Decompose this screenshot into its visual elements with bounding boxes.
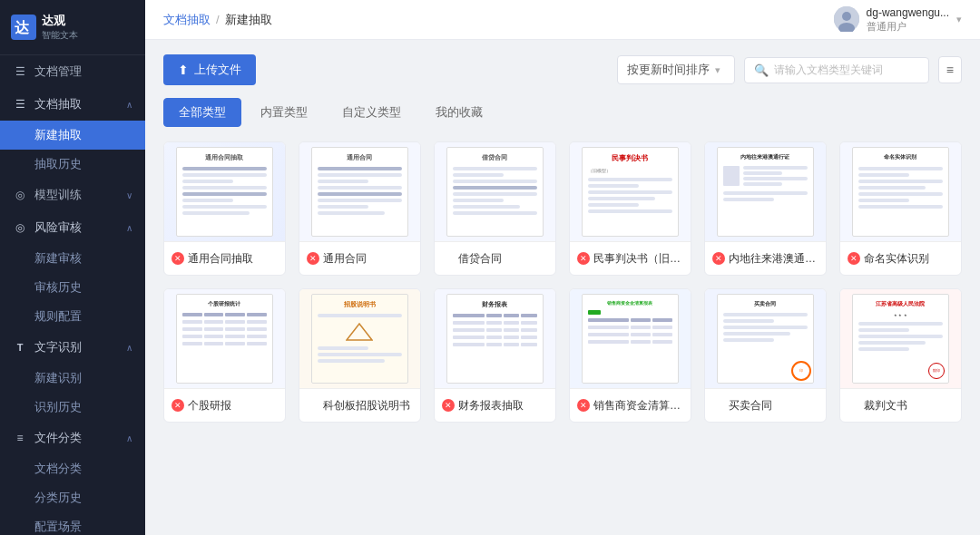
card-tongYongHeTong[interactable]: 通用合同 ✕ 通用合同 [299, 141, 421, 276]
preview-line [182, 192, 266, 196]
list-view-button[interactable]: ≡ [938, 56, 962, 83]
card-footer: 裁判文书 [840, 389, 961, 422]
preview-cell [504, 328, 519, 332]
doc-preview: 江苏省高级人民法院 ★ ★ ★ 院印 [852, 294, 948, 383]
sidebar-item-extract-history[interactable]: 抽取历史 [0, 150, 145, 179]
preview-cell [204, 342, 224, 345]
sidebar-item-model-train[interactable]: ◎ 模型训练 ∨ [0, 179, 145, 211]
preview-cell [504, 343, 519, 346]
sidebar-item-new-audit[interactable]: 新建审核 [0, 244, 145, 273]
file-classify-icon: ≡ [13, 431, 27, 445]
preview-cell [486, 314, 502, 317]
card-title: 买卖合同 [712, 398, 818, 413]
preview-line [182, 211, 250, 215]
preview-cell [631, 333, 651, 336]
preview-line [723, 338, 773, 342]
sort-dropdown[interactable]: 按更新时间排序 ▾ [617, 55, 735, 84]
doc-mgmt-icon: ☰ [13, 64, 27, 79]
card-title: 科创板招股说明书 [307, 398, 413, 413]
sidebar-item-rule-config[interactable]: 规则配置 [0, 302, 145, 331]
preview-line [588, 203, 638, 207]
card-title: 民事判决书（旧模... [593, 251, 683, 267]
preview-badge-bar [588, 310, 601, 315]
card-gangAoTongXingZheng[interactable]: 内地往来港澳通行证 [704, 141, 827, 276]
tab-custom[interactable]: 自定义类型 [327, 98, 416, 127]
svg-point-3 [842, 12, 851, 21]
sidebar-item-file-classify[interactable]: ≡ 文件分类 ∧ [0, 422, 145, 454]
sidebar-item-risk-audit[interactable]: ◎ 风险审核 ∧ [0, 211, 145, 244]
preview-line [318, 346, 368, 350]
preview-cell [225, 320, 245, 324]
preview-cell [225, 313, 245, 316]
card-keCreangBanZhaoGu[interactable]: 招股说明书 科创板招股说明书 [299, 288, 421, 423]
card-footer: ✕ 通用合同抽取 [164, 242, 285, 275]
search-input[interactable] [774, 63, 919, 76]
svg-marker-5 [347, 324, 372, 340]
card-maiMaiHeTong[interactable]: 买卖合同 印 买卖合同 [704, 288, 827, 423]
card-preview: 江苏省高级人民法院 ★ ★ ★ 院印 [840, 289, 961, 389]
preview-line [723, 313, 807, 316]
tab-bar: 全部类型 内置类型 自定义类型 我的收藏 [163, 98, 962, 127]
upload-button[interactable]: ⬆ 上传文件 [163, 54, 256, 85]
preview-cell [204, 327, 224, 331]
upload-icon: ⬆ [178, 63, 189, 77]
sidebar-item-recog-history[interactable]: 识别历史 [0, 393, 145, 422]
card-caiPanWenShu[interactable]: 江苏省高级人民法院 ★ ★ ★ 院印 裁判文书 [839, 288, 962, 423]
doc-extract-icon: ☰ [13, 97, 27, 112]
error-badge: ✕ [442, 399, 455, 412]
preview-table-row [182, 327, 266, 331]
card-caiWuBaoBiao[interactable]: 财务报表 [434, 288, 556, 423]
card-geGuYanBao[interactable]: 个股研报统计 [163, 288, 286, 423]
tab-favorites[interactable]: 我的收藏 [420, 98, 498, 127]
list-view-icon: ≡ [946, 63, 954, 77]
preview-cell [504, 336, 519, 339]
sidebar-item-config-scene[interactable]: 配置场景 [0, 512, 145, 535]
card-tongYongHeTongChouQu[interactable]: 通用合同抽取 ✕ 通用合同抽取 [163, 141, 286, 276]
sidebar-item-audit-history[interactable]: 审核历史 [0, 273, 145, 302]
preview-line [723, 332, 790, 336]
upload-label: 上传文件 [194, 62, 241, 78]
sidebar-item-classify-history[interactable]: 分类历史 [0, 483, 145, 512]
preview-line [182, 186, 266, 190]
card-preview: 买卖合同 印 [705, 289, 826, 389]
card-xiaoShouShang[interactable]: 销售商资金金清算报表 [569, 288, 691, 423]
card-jieDaiHeTong[interactable]: 借贷合同 借贷合同 [434, 141, 556, 276]
preview-cell [652, 340, 672, 344]
card-preview: 个股研报统计 [164, 289, 285, 389]
sidebar-item-new-recog[interactable]: 新建识别 [0, 364, 145, 393]
user-info: dg-wangwengu... 普通用户 [867, 6, 949, 34]
sidebar-label: 配置场景 [34, 520, 82, 533]
tab-all[interactable]: 全部类型 [163, 98, 241, 127]
sidebar-item-doc-classify[interactable]: 文档分类 [0, 454, 145, 483]
card-mingMingShiTiShiBie[interactable]: 命名实体识别 ✕ 命名实体识别 [839, 141, 962, 276]
sidebar-item-text-recog[interactable]: T 文字识别 ∧ [0, 331, 145, 364]
preview-cell [247, 335, 267, 338]
preview-table-row [588, 333, 671, 336]
card-preview: 招股说明书 [299, 289, 420, 389]
app-logo: 达 达观 智能文本 [0, 0, 145, 55]
logo-icon: 达 [11, 15, 36, 40]
sidebar-item-new-extract[interactable]: 新建抽取 [0, 121, 145, 150]
model-train-icon: ◎ [13, 188, 27, 202]
breadcrumb: 文档抽取 / 新建抽取 [163, 12, 272, 28]
preview-cell [486, 321, 502, 325]
user-menu-chevron[interactable]: ▾ [956, 14, 962, 25]
preview-header: 内地往来港澳通行证 [723, 153, 807, 161]
sidebar-label: 文字识别 [34, 339, 82, 355]
breadcrumb-parent[interactable]: 文档抽取 [163, 12, 211, 28]
tab-builtin[interactable]: 内置类型 [245, 98, 323, 127]
preview-line [588, 197, 655, 200]
sidebar-item-doc-extract[interactable]: ☰ 文档抽取 ∧ [0, 88, 145, 121]
doc-preview: 民事判决书 （旧模型） [582, 147, 678, 236]
preview-line [318, 199, 401, 202]
preview-line [858, 199, 908, 202]
preview-cell [453, 336, 485, 339]
error-badge: ✕ [577, 252, 590, 265]
preview-line [182, 173, 266, 177]
content-area: ⬆ 上传文件 按更新时间排序 ▾ 🔍 ≡ 全部类型 [145, 40, 980, 535]
preview-cell [453, 314, 485, 317]
main-content: 文档抽取 / 新建抽取 dg-wangwengu... 普通用户 ▾ ⬆ [145, 0, 980, 535]
chevron-icon: ∨ [126, 190, 132, 200]
sidebar-item-doc-mgmt[interactable]: ☰ 文档管理 [0, 55, 145, 88]
card-minShiPanJueShu[interactable]: 民事判决书 （旧模型） ✕ 民事判决书（旧模... [569, 141, 691, 276]
